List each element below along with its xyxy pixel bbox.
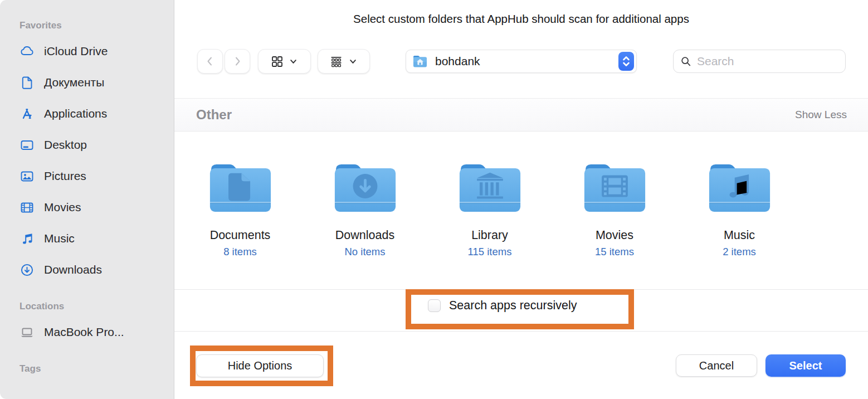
dropdown-stepper-icon[interactable] <box>618 52 634 71</box>
sidebar-item-label: Pictures <box>44 169 86 183</box>
folder-icon <box>208 162 273 213</box>
grid-view-icon <box>271 56 283 67</box>
recursive-search-option[interactable]: Search apps recursively <box>428 299 577 313</box>
sidebar-item-label: iCloud Drive <box>44 45 108 58</box>
folder-icon <box>582 162 647 213</box>
sidebar-item[interactable]: Downloads <box>19 254 174 285</box>
sidebar-item[interactable]: MacBook Pro... <box>19 317 174 348</box>
sidebar-item[interactable]: iCloud Drive <box>19 36 174 67</box>
appstore-icon <box>19 106 35 121</box>
sidebar-item-label: Applications <box>44 107 107 120</box>
sidebar-item[interactable]: Pictures <box>19 160 174 192</box>
folder-name: Downloads <box>335 228 394 242</box>
current-folder-name: bohdank <box>435 55 618 68</box>
show-less-button[interactable]: Show Less <box>795 109 847 121</box>
sidebar-item-label: Music <box>44 232 75 245</box>
chevron-down-icon <box>348 57 358 66</box>
sidebar-item[interactable]: Movies <box>19 192 174 223</box>
pictures-icon <box>19 169 35 184</box>
toolbar: bohdank <box>174 49 868 74</box>
chevron-left-icon <box>204 55 216 67</box>
folder-name: Movies <box>596 228 633 242</box>
group-view-icon <box>330 55 343 68</box>
chevron-down-icon <box>289 57 298 66</box>
folder-name: Documents <box>210 228 271 242</box>
folder-icon <box>333 162 398 213</box>
file-picker-dialog: Favorites iCloud Drive Документы Applica… <box>0 0 868 399</box>
search-icon <box>680 56 691 67</box>
folder-tile[interactable]: Library 115 items <box>427 132 552 289</box>
divider <box>174 331 868 332</box>
folder-item-count: 115 items <box>468 246 512 258</box>
current-folder-dropdown[interactable]: bohdank <box>406 50 637 73</box>
desktop-icon <box>19 138 35 153</box>
search-input[interactable] <box>697 55 848 68</box>
sidebar-item[interactable]: Music <box>19 223 174 254</box>
sidebar-item-label: Desktop <box>44 138 87 152</box>
folder-tile[interactable]: Movies 15 items <box>552 132 677 289</box>
group-mode-button[interactable] <box>318 49 370 74</box>
sidebar-section-tags: Tags <box>19 362 174 376</box>
recursive-search-checkbox[interactable] <box>428 299 441 312</box>
sidebar-item-label: Downloads <box>44 263 102 276</box>
icloud-drive-icon <box>19 44 35 59</box>
folder-item-count: No items <box>345 246 386 258</box>
folder-item-count: 8 items <box>223 246 257 258</box>
select-button[interactable]: Select <box>765 354 846 377</box>
recursive-search-label: Search apps recursively <box>449 299 577 313</box>
folder-name: Library <box>471 228 508 242</box>
folder-tile[interactable]: Music 2 items <box>677 132 802 289</box>
search-field[interactable] <box>673 50 846 73</box>
cancel-button[interactable]: Cancel <box>676 354 757 377</box>
hide-options-button[interactable]: Hide Options <box>196 354 324 377</box>
back-button[interactable] <box>197 49 223 74</box>
movies-icon <box>19 200 35 215</box>
finder-sidebar: Favorites iCloud Drive Документы Applica… <box>0 0 174 399</box>
folder-icon <box>457 162 523 213</box>
folder-item-count: 2 items <box>723 246 756 258</box>
home-folder-icon <box>412 55 428 68</box>
folder-tile[interactable]: Documents 8 items <box>178 132 303 289</box>
view-mode-button[interactable] <box>258 49 311 74</box>
download-circle-icon <box>19 262 35 278</box>
folder-grid: Documents 8 items Downloads No items <box>178 132 802 289</box>
other-section-header: Other Show Less <box>174 98 868 132</box>
music-icon <box>19 231 35 246</box>
chevron-right-icon <box>231 55 243 67</box>
section-title: Other <box>196 107 232 123</box>
sidebar-item-label: Документы <box>44 76 104 89</box>
forward-button[interactable] <box>225 49 250 74</box>
favorites-list: iCloud Drive Документы Applications Desk… <box>19 36 174 285</box>
document-icon <box>19 75 35 90</box>
sidebar-item-label: Movies <box>44 201 81 214</box>
laptop-icon <box>19 325 35 340</box>
sidebar-item[interactable]: Desktop <box>19 129 174 160</box>
locations-list: MacBook Pro... <box>19 317 174 348</box>
sidebar-item[interactable]: Документы <box>19 67 174 98</box>
folder-tile[interactable]: Downloads No items <box>303 132 427 289</box>
sidebar-section-locations: Locations <box>19 300 174 313</box>
folder-name: Music <box>724 228 755 242</box>
main-panel: Select custom folders that AppHub should… <box>174 0 868 399</box>
sidebar-item-label: MacBook Pro... <box>44 325 124 339</box>
sidebar-section-favorites: Favorites <box>19 19 174 32</box>
folder-icon <box>707 162 772 213</box>
sidebar-item[interactable]: Applications <box>19 98 174 129</box>
options-row: Search apps recursively <box>174 289 868 331</box>
dialog-title: Select custom folders that AppHub should… <box>174 12 868 26</box>
folder-item-count: 15 items <box>595 246 634 258</box>
